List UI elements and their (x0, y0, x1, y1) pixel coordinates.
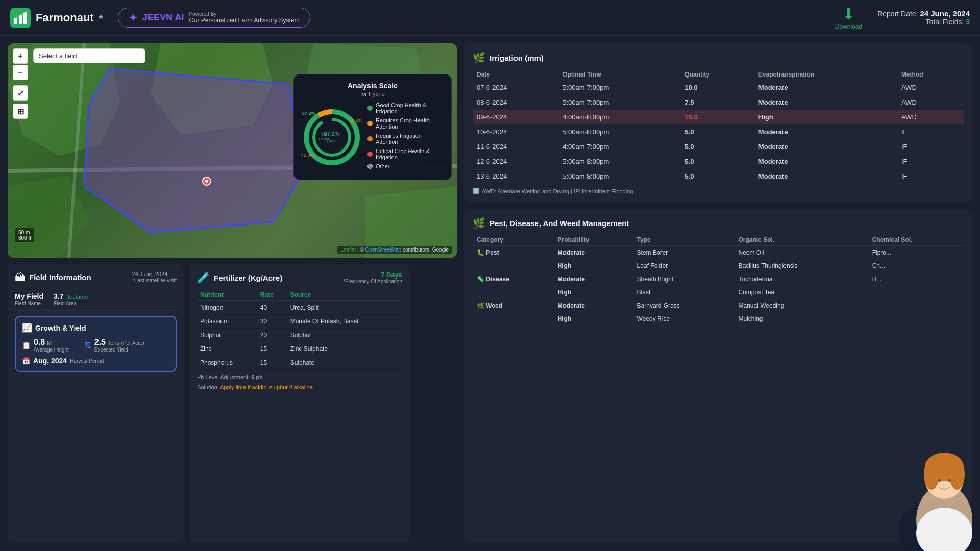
fertilizer-note: Ph Level Adjustment: 6 ph (197, 374, 402, 380)
irr-time: 4:00am-8:00pm (558, 110, 680, 124)
main-content: + − ⤢ ⊞ Select a field 50 m 300 ft Leafl… (0, 36, 980, 551)
svg-point-13 (205, 180, 208, 183)
fert-rate: 30 (257, 315, 287, 329)
legend-label-requires-irr: Requires Irrigation Attention (376, 133, 444, 145)
scale-feet: 300 ft (18, 235, 31, 241)
height-value-area: 0.8 M Average Height (34, 338, 69, 353)
pest-col-chemical: Chemical Sol. (868, 234, 964, 246)
yield-stat: 🏗 2.5 Tons (Per Acre) Expected Yield (84, 338, 144, 353)
solution-label: Solution: (197, 384, 219, 390)
irrigation-title: Irrigation (mm) (489, 54, 544, 62)
harvest-icon: 📅 (22, 357, 30, 365)
irr-method: AWD (897, 80, 964, 95)
legend-label-critical: Critical Crop Health & Irrigation (376, 148, 444, 160)
legend-item-requires-irr: Requires Irrigation Attention (368, 133, 444, 145)
report-date-value: 24 June, 2024 (920, 9, 970, 18)
irr-evap: Moderate (754, 80, 897, 95)
pest-organic: Manual Weeding (734, 299, 868, 312)
pest-prob: Moderate (553, 299, 632, 312)
fert-nutrient: Potassium (197, 315, 257, 329)
attribution-rest: contributors, Google (403, 247, 449, 253)
solution-text[interactable]: Apply lime if acidic, sulphur if alkalin… (220, 384, 313, 390)
growth-yield-title: 📈 Growth & Yield (22, 323, 169, 333)
irr-qty: 7.5 (680, 95, 754, 110)
pest-organic: Bacillus Thuringiensis (734, 259, 868, 272)
irr-time: 5:00am-7:00pm (558, 80, 680, 95)
analysis-chart-area: 97.2% Good 97.2% 10.5% 40.8% 5%Other (301, 102, 444, 172)
yield-icon: 🏗 (84, 341, 91, 349)
osm-link: OpenStreetMap (365, 247, 402, 253)
field-basic-info: My Field Field Name 3.7 Hectares Field A… (15, 288, 177, 311)
pest-chemical (868, 299, 964, 312)
powered-by-label: Powered By (189, 11, 299, 17)
pest-category: 🌿 Weed (473, 299, 553, 312)
legend-item-requires-health: Requires Crop Health Attention (368, 117, 444, 130)
irr-qty: 5.0 (680, 124, 754, 139)
total-fields-value: 3 (966, 18, 970, 26)
irr-col-time: Optimal Time (558, 69, 680, 80)
irr-method: AWD (897, 95, 964, 110)
growth-icon: 📈 (22, 323, 32, 333)
harvest-row: 📅 Aug, 2024 Harvest Period (22, 357, 169, 365)
pest-chemical (868, 286, 964, 299)
height-unit: M (47, 340, 52, 346)
field-selector[interactable]: Select a field (33, 48, 145, 63)
pest-category-empty (473, 286, 553, 299)
legend-label-good: Good Crop Health & Irrigation (376, 102, 444, 114)
irrigation-panel: 🌿 Irrigation (mm) Date Optimal Time Quan… (464, 43, 972, 203)
pest-category-empty (473, 259, 553, 272)
attribution-divider: | © (357, 247, 365, 253)
field-info-panel: 🏔 Field Information 24 June, 2024 *Last … (8, 264, 184, 543)
irr-time: 5:00am-7:00pm (558, 95, 680, 110)
pest-prob: Moderate (553, 246, 632, 260)
pest-category: 🐛 Pest (473, 246, 553, 260)
irrigation-icon: 🌿 (473, 52, 485, 64)
irr-col-evap: Evapotranspiration (754, 69, 897, 80)
field-area-item: 3.7 Hectares Field Area (54, 292, 88, 306)
map-attribution: Leaflet | © OpenStreetMap contributors, … (337, 246, 452, 254)
svg-rect-2 (23, 12, 27, 24)
irrigation-row: 09-6-2024 4:00am-8:00pm 15.0 High AWD (473, 110, 964, 124)
irr-qty: 5.0 (680, 154, 754, 169)
field-info-last-visit: *Last satellite visit (132, 277, 177, 283)
zoom-out-button[interactable]: − (13, 65, 28, 80)
report-info: Report Date: 24 June, 2024 Total Fields:… (877, 9, 970, 26)
fert-nutrient: Nitrogen (197, 301, 257, 315)
irr-qty: 10.0 (680, 80, 754, 95)
field-info-title: Field Information (29, 273, 91, 282)
fert-col-rate: Rate (257, 289, 287, 301)
irr-evap: Moderate (754, 139, 897, 154)
irr-time: 5:00am-8:00pm (558, 124, 680, 139)
fert-nutrient: Phosphorus (197, 356, 257, 370)
irrigation-row: 07-6-2024 5:00am-7:00pm 10.0 Moderate AW… (473, 80, 964, 95)
ph-value: 6 ph (251, 374, 263, 380)
field-info-header: 🏔 Field Information 24 June, 2024 *Last … (15, 271, 177, 283)
fullscreen-button[interactable]: ⤢ (13, 85, 28, 101)
leaflet-link: Leaflet (340, 247, 356, 253)
irr-date: 07-6-2024 (473, 80, 558, 95)
svg-marker-11 (84, 69, 304, 232)
pest-row: High Leaf Folder Bacillus Thuringiensis … (473, 259, 964, 272)
irr-evap: Moderate (754, 154, 897, 169)
irr-method: AWD (897, 110, 964, 124)
irr-qty: 15.0 (680, 110, 754, 124)
download-icon: ⬇ (842, 5, 855, 23)
layers-button[interactable]: ⊞ (13, 104, 28, 119)
fertilizer-solution: Solution: Apply lime if acidic, sulphur … (197, 384, 402, 390)
pest-prob: High (553, 286, 632, 299)
analysis-donut-chart: 97.2% Good 97.2% 10.5% 40.8% 5%Other (301, 107, 362, 168)
fert-rate: 15 (257, 356, 287, 370)
irrigation-row: 13-6-2024 5:00am-8:00pm 5.0 Moderate IF (473, 169, 964, 184)
category-icon: 🌿 (477, 302, 484, 309)
pest-table: Category Probability Type Organic Sol. C… (473, 234, 964, 325)
legend-item-other: Other (368, 163, 444, 169)
logo-area: Farmonaut ® (10, 8, 103, 28)
pest-icon: 🌿 (473, 217, 485, 229)
jeevn-badge: ✦ JEEVN Ai Powered By Our Personalized F… (118, 8, 310, 28)
irr-date: 11-6-2024 (473, 139, 558, 154)
download-button[interactable]: ⬇ Download (835, 5, 862, 30)
pest-category-empty (473, 312, 553, 325)
irr-time: 5:00am-8:00pm (558, 169, 680, 184)
zoom-in-button[interactable]: + (13, 48, 28, 64)
pest-row: High Weedy Rice Mulching (473, 312, 964, 325)
